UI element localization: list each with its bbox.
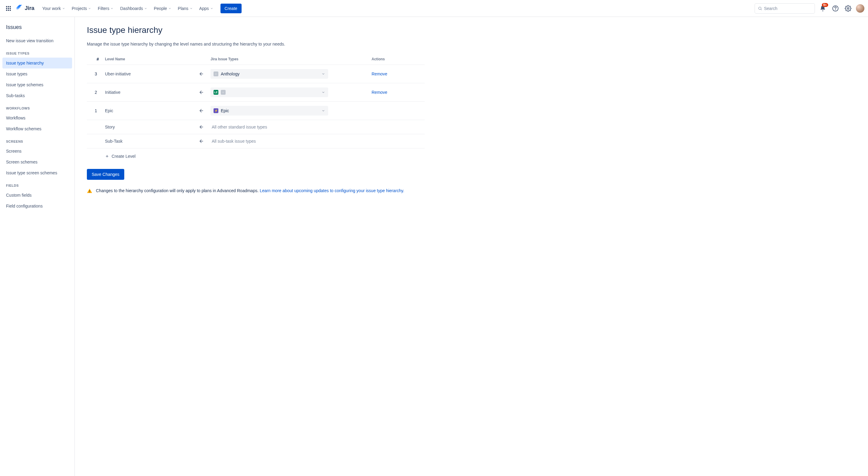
nav-item-plans[interactable]: Plans [175, 4, 196, 13]
sidebar-link-issue-type-schemes[interactable]: Issue type schemes [2, 79, 72, 90]
level-name: Initiative [105, 90, 192, 95]
nav-item-people[interactable]: People [151, 4, 174, 13]
app-switcher-icon[interactable] [4, 4, 13, 13]
issue-type-select[interactable]: ⚡Epic [211, 106, 328, 116]
sidebar-link-workflows[interactable]: Workflows [2, 113, 72, 123]
issue-type-select[interactable]: ○Anthology [211, 69, 328, 79]
product-name: Jira [25, 5, 34, 11]
row-number: 3 [87, 71, 105, 76]
sidebar-link-custom-fields[interactable]: Custom fields [2, 190, 72, 201]
table-row: Sub-TaskAll sub-task issue types [87, 134, 425, 148]
level-name: Epic [105, 108, 192, 113]
arrow-left-icon [192, 90, 211, 95]
sidebar-section-heading: ISSUE TYPES [2, 46, 72, 58]
sidebar-link-screen-schemes[interactable]: Screen schemes [2, 156, 72, 168]
table-row: 3Uber-initiative○AnthologyRemove [87, 65, 425, 83]
search-input[interactable] [764, 6, 812, 11]
issue-type-icon: LE [214, 90, 218, 95]
sidebar-section-heading: FIELDS [2, 178, 72, 190]
issue-type-icon: ○ [214, 71, 218, 76]
sidebar-link-issue-type-screen-schemes[interactable]: Issue type screen schemes [2, 168, 72, 178]
plus-icon [105, 154, 109, 158]
banner-text: Changes to the hierarchy configuration w… [96, 188, 260, 193]
info-banner: Changes to the hierarchy configuration w… [87, 188, 425, 194]
sidebar-section-heading: WORKFLOWS [2, 101, 72, 113]
level-name: Uber-initiative [105, 71, 192, 76]
sidebar-link-new-issue-view[interactable]: New issue view transition [2, 35, 72, 46]
help-icon [832, 5, 839, 12]
chevron-down-icon [190, 7, 193, 10]
issue-type-static: All other standard issue types [211, 125, 267, 129]
top-navigation: Jira Your workProjectsFiltersDashboardsP… [0, 0, 868, 17]
settings-button[interactable] [843, 4, 853, 13]
sidebar-link-issue-type-hierarchy[interactable]: Issue type hierarchy [2, 58, 72, 68]
chevron-down-icon [62, 7, 65, 10]
svg-point-3 [835, 10, 836, 10]
svg-line-1 [761, 9, 762, 10]
sidebar-link-workflow-schemes[interactable]: Workflow schemes [2, 123, 72, 134]
sidebar-section-heading: SCREENS [2, 134, 72, 146]
row-number: 2 [87, 90, 105, 95]
jira-logo-icon [16, 5, 23, 12]
notifications-button[interactable]: 9+ [818, 4, 828, 13]
col-issue-types: Jira Issue Types [211, 57, 364, 61]
sidebar-link-issue-types[interactable]: Issue types [2, 68, 72, 79]
chevron-down-icon [321, 90, 325, 94]
arrow-left-icon [192, 108, 211, 113]
search-box[interactable] [754, 3, 815, 13]
svg-point-0 [758, 7, 761, 9]
sidebar-link-field-configurations[interactable]: Field configurations [2, 201, 72, 211]
issue-type-icon: ○ [221, 90, 226, 95]
create-button[interactable]: Create [220, 4, 242, 13]
col-number: # [87, 57, 105, 62]
save-changes-button[interactable]: Save Changes [87, 169, 124, 180]
page-title: Issue type hierarchy [87, 25, 425, 35]
level-name: Sub-Task [105, 139, 192, 144]
chevron-down-icon [111, 7, 114, 10]
svg-point-4 [847, 7, 849, 9]
notification-badge: 9+ [822, 3, 828, 7]
chevron-down-icon [88, 7, 91, 10]
select-label: Anthology [221, 71, 240, 76]
hierarchy-table: # Level Name Jira Issue Types Actions 3U… [87, 54, 425, 148]
remove-link[interactable]: Remove [372, 71, 387, 76]
chevron-down-icon [210, 7, 213, 10]
chevron-down-icon [321, 109, 325, 113]
sidebar-link-sub-tasks[interactable]: Sub-tasks [2, 90, 72, 101]
nav-item-filters[interactable]: Filters [95, 4, 116, 13]
nav-item-apps[interactable]: Apps [196, 4, 216, 13]
create-level-label: Create Level [112, 154, 135, 159]
nav-item-projects[interactable]: Projects [69, 4, 94, 13]
issue-type-select[interactable]: LE○ [211, 87, 328, 97]
create-level-button[interactable]: Create Level [87, 148, 425, 164]
sidebar-link-screens[interactable]: Screens [2, 146, 72, 156]
warning-icon [87, 188, 92, 194]
svg-rect-12 [89, 190, 90, 192]
issue-type-static: All sub-task issue types [211, 139, 256, 144]
table-header: # Level Name Jira Issue Types Actions [87, 54, 425, 65]
arrow-left-icon [192, 124, 211, 130]
remove-link[interactable]: Remove [372, 90, 387, 95]
col-level-name: Level Name [105, 57, 192, 61]
select-label: Epic [221, 108, 229, 113]
svg-rect-13 [89, 192, 90, 193]
help-button[interactable] [831, 4, 840, 13]
gear-icon [845, 5, 851, 12]
nav-item-dashboards[interactable]: Dashboards [117, 4, 150, 13]
table-row: 1Epic⚡Epic [87, 102, 425, 120]
table-row: StoryAll other standard issue types [87, 120, 425, 134]
sidebar-title: Issues [2, 24, 72, 35]
main-content: Issue type hierarchy Manage the issue ty… [75, 17, 437, 476]
arrow-left-icon [192, 71, 211, 77]
chevron-down-icon [168, 7, 171, 10]
nav-item-your-work[interactable]: Your work [39, 4, 68, 13]
user-avatar[interactable] [856, 4, 864, 13]
level-name: Story [105, 125, 192, 129]
chevron-down-icon [144, 7, 147, 10]
jira-logo[interactable]: Jira [16, 5, 34, 12]
sidebar: Issues New issue view transition ISSUE T… [0, 17, 75, 476]
col-actions: Actions [364, 57, 425, 61]
issue-type-icon: ⚡ [214, 108, 218, 113]
arrow-left-icon [192, 139, 211, 144]
banner-link[interactable]: Learn more about upcoming updates to con… [260, 188, 404, 193]
